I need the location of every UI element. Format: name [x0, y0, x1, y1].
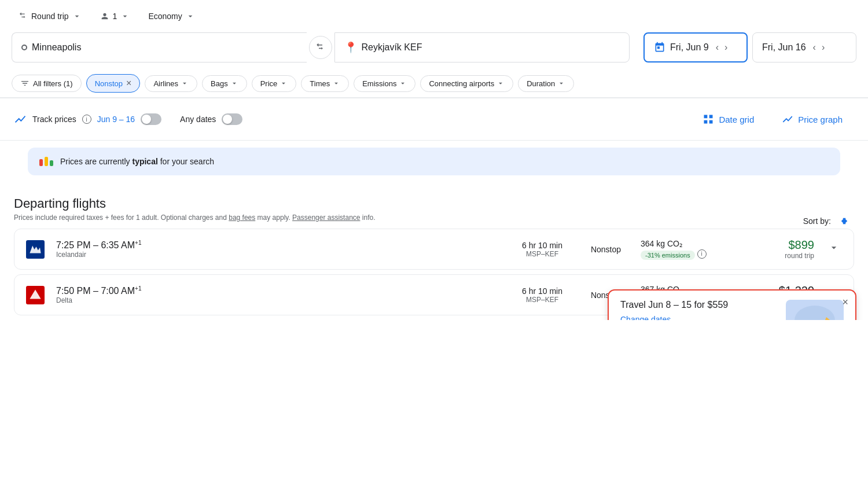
- swap-icon: [315, 42, 326, 53]
- airlines-chevron: [181, 79, 189, 87]
- connecting-airports-chevron: [496, 79, 505, 87]
- trip-type-label: Round trip: [31, 12, 69, 21]
- flight-1-stops: Nonstop: [583, 245, 629, 254]
- price-banner-wrapper: Prices are currently typical for your se…: [0, 141, 868, 192]
- price-label: Price: [260, 79, 278, 88]
- tooltip-text-section: Travel Jun 8 – 15 for $559 Change dates: [620, 300, 728, 320]
- bags-label: Bags: [211, 79, 228, 88]
- passenger-assistance-link[interactable]: Passenger assistance: [292, 214, 360, 222]
- duration-chevron: [557, 79, 565, 87]
- duration-label: Duration: [527, 79, 555, 88]
- destination-pin-icon: 📍: [344, 41, 357, 54]
- flight-1-time-range: 7:25 PM – 6:35 AM+1: [56, 240, 502, 251]
- filters-bar: All filters (1) Nonstop × Airlines Bags …: [0, 69, 868, 98]
- times-label: Times: [310, 79, 330, 88]
- tooltip-illustration: [786, 300, 844, 320]
- emissions-label: Emissions: [362, 79, 396, 88]
- flight-1-expand-button[interactable]: [826, 241, 842, 258]
- passengers-chevron: [120, 12, 130, 21]
- price-typical-label: typical: [132, 157, 157, 166]
- delta-logo: [26, 286, 45, 304]
- flight-2-airline: Delta: [56, 296, 502, 304]
- departing-subtitle-row: Prices include required taxes + fees for…: [14, 214, 854, 229]
- flight-1-emissions-info[interactable]: i: [697, 249, 707, 259]
- flight-2-duration: 6 hr 10 min MSP–KEF: [513, 286, 571, 304]
- track-prices-toggle[interactable]: [141, 113, 161, 125]
- bar-red: [39, 159, 43, 166]
- departure-date-nav: ‹ ›: [713, 40, 730, 55]
- price-graph-label: Price graph: [798, 115, 843, 124]
- track-prices-info[interactable]: i: [82, 115, 91, 124]
- date-grid-button[interactable]: Date grid: [691, 108, 766, 131]
- departing-flights-title: Departing flights: [14, 196, 854, 211]
- times-filter-button[interactable]: Times: [301, 75, 349, 92]
- emissions-filter-button[interactable]: Emissions: [354, 75, 415, 92]
- origin-input[interactable]: [32, 42, 297, 53]
- bags-chevron: [230, 79, 238, 87]
- flight-1-price: $899 round trip: [745, 238, 814, 260]
- emissions-chevron: [399, 79, 407, 87]
- tooltip-content: Travel Jun 8 – 15 for $559 Change dates: [620, 300, 844, 320]
- track-prices-section: Track prices i Jun 9 – 16: [14, 113, 161, 126]
- swap-airports-button[interactable]: [309, 36, 332, 59]
- destination-input[interactable]: [362, 42, 620, 53]
- duration-filter-button[interactable]: Duration: [518, 75, 574, 92]
- sort-button[interactable]: [834, 214, 854, 229]
- flight-1-price-amount: $899: [745, 238, 814, 252]
- price-chevron: [279, 79, 288, 87]
- return-date-label: Fri, Jun 16: [762, 42, 806, 53]
- flight-1-airline: Icelandair: [56, 251, 502, 259]
- nonstop-filter-button[interactable]: Nonstop ×: [86, 74, 141, 93]
- price-meter-icon: [39, 157, 53, 166]
- price-graph-button[interactable]: Price graph: [770, 108, 854, 131]
- passengers-selector[interactable]: 1: [93, 7, 137, 25]
- price-suggestion-tooltip: × Travel Jun 8 – 15 for $559 Change date…: [608, 289, 856, 320]
- tooltip-travel-text: Travel Jun 8 – 15 for $559: [620, 300, 728, 310]
- origin-dot-icon: [21, 45, 27, 50]
- connecting-airports-filter-button[interactable]: Connecting airports: [420, 75, 513, 92]
- origin-field[interactable]: [12, 32, 307, 62]
- passenger-count: 1: [113, 12, 117, 21]
- expand-icon-1: [828, 242, 840, 253]
- flight-1-emissions-badge: -31% emissions: [641, 251, 695, 260]
- nonstop-remove-button[interactable]: ×: [126, 78, 131, 89]
- return-next-button[interactable]: ›: [819, 40, 827, 55]
- view-buttons: Date grid Price graph: [691, 108, 854, 131]
- departure-prev-button[interactable]: ‹: [713, 40, 721, 55]
- trip-type-selector[interactable]: Round trip: [12, 7, 89, 25]
- departure-date-field[interactable]: Fri, Jun 9 ‹ ›: [643, 32, 748, 62]
- change-dates-link[interactable]: Change dates: [620, 315, 671, 320]
- top-bar: Round trip 1 Economy: [0, 0, 868, 32]
- date-grid-label: Date grid: [719, 115, 754, 124]
- tooltip-close-button[interactable]: ×: [842, 296, 848, 308]
- departing-subtitle: Prices include required taxes + fees for…: [14, 214, 376, 222]
- return-date-field[interactable]: Fri, Jun 16 ‹ ›: [752, 32, 856, 62]
- times-chevron: [332, 79, 340, 87]
- cabin-class-selector[interactable]: Economy: [141, 7, 201, 25]
- sort-section: Sort by:: [803, 214, 854, 229]
- track-prices-icon: [14, 113, 27, 126]
- return-prev-button[interactable]: ‹: [811, 40, 818, 55]
- bags-filter-button[interactable]: Bags: [202, 75, 247, 92]
- person-icon: [100, 12, 109, 21]
- destination-field[interactable]: 📍: [334, 32, 630, 62]
- flight-card-1[interactable]: 7:25 PM – 6:35 AM+1 Icelandair 6 hr 10 m…: [14, 229, 854, 270]
- bag-fees-link[interactable]: bag fees: [229, 214, 255, 222]
- travel-illustration: [786, 300, 844, 320]
- connecting-airports-label: Connecting airports: [429, 79, 494, 88]
- departure-next-button[interactable]: ›: [722, 40, 730, 55]
- airlines-label: Airlines: [153, 79, 178, 88]
- all-filters-button[interactable]: All filters (1): [12, 75, 82, 92]
- calendar-icon: [654, 42, 665, 53]
- all-filters-label: All filters (1): [33, 79, 73, 88]
- any-dates-toggle[interactable]: [222, 113, 242, 125]
- price-filter-button[interactable]: Price: [252, 75, 297, 92]
- date-grid-icon: [703, 113, 714, 125]
- bar-green: [50, 160, 53, 166]
- airlines-filter-button[interactable]: Airlines: [145, 75, 197, 92]
- flight-1-times: 7:25 PM – 6:35 AM+1 Icelandair: [56, 240, 502, 259]
- flight-2-times: 7:50 PM – 7:00 AM+1 Delta: [56, 285, 502, 304]
- flight-1-price-type: round trip: [745, 252, 814, 260]
- icelandair-logo: [26, 240, 45, 259]
- price-graph-icon: [782, 113, 793, 125]
